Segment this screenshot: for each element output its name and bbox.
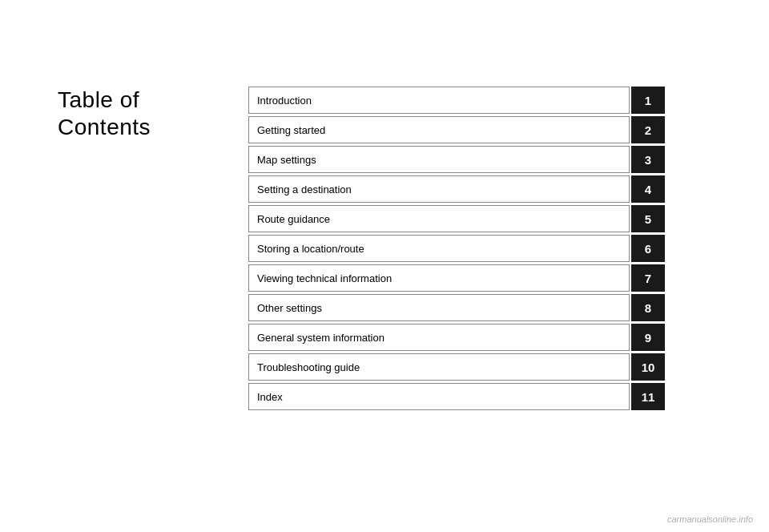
toc-label: Other settings <box>248 294 630 321</box>
toc-number: 6 <box>631 235 665 262</box>
watermark: carmanualsonline.info <box>667 514 753 524</box>
toc-number: 1 <box>631 87 665 114</box>
toc-row[interactable]: Other settings8 <box>248 294 665 321</box>
toc-label: Map settings <box>248 146 630 173</box>
toc-row[interactable]: Troubleshooting guide10 <box>248 353 665 381</box>
toc-number: 8 <box>631 294 665 321</box>
toc-number: 2 <box>631 116 665 143</box>
toc-row[interactable]: Map settings3 <box>248 146 665 173</box>
toc-number: 10 <box>631 353 665 381</box>
toc-number: 3 <box>631 146 665 173</box>
toc-row[interactable]: Getting started2 <box>248 116 665 143</box>
toc-row[interactable]: General system information9 <box>248 324 665 351</box>
toc-row[interactable]: Viewing technical information7 <box>248 264 665 292</box>
toc-label: General system information <box>248 324 630 351</box>
title-section: Table of Contents <box>58 87 151 140</box>
toc-row[interactable]: Introduction1 <box>248 87 665 114</box>
toc-number: 4 <box>631 175 665 203</box>
toc-number: 9 <box>631 324 665 351</box>
toc-row[interactable]: Setting a destination4 <box>248 175 665 203</box>
toc-row[interactable]: Route guidance5 <box>248 205 665 232</box>
toc-label: Troubleshooting guide <box>248 353 630 381</box>
toc-row[interactable]: Storing a location/route6 <box>248 235 665 262</box>
toc-number: 7 <box>631 264 665 292</box>
toc-number: 5 <box>631 205 665 232</box>
toc-section: Introduction1Getting started2Map setting… <box>248 87 665 413</box>
page-container: Table of Contents Introduction1Getting s… <box>0 0 769 532</box>
toc-label: Storing a location/route <box>248 235 630 262</box>
toc-row[interactable]: Index11 <box>248 383 665 410</box>
page-title: Table of Contents <box>58 87 151 140</box>
toc-label: Route guidance <box>248 205 630 232</box>
toc-label: Index <box>248 383 630 410</box>
toc-label: Introduction <box>248 87 630 114</box>
toc-number: 11 <box>631 383 665 410</box>
toc-label: Getting started <box>248 116 630 143</box>
toc-label: Viewing technical information <box>248 264 630 292</box>
toc-label: Setting a destination <box>248 175 630 203</box>
